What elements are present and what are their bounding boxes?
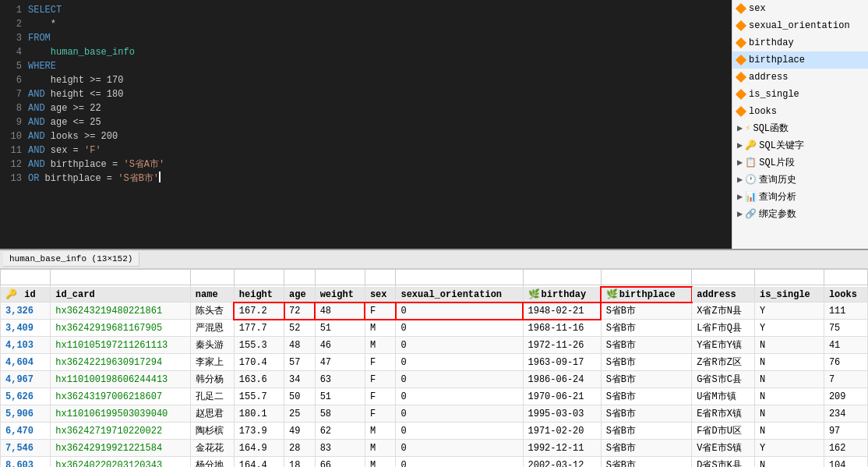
column-header-weight[interactable]: weight — [315, 286, 365, 302]
expand-arrow-icon: ▶ — [737, 139, 743, 153]
table-cell: S省B市 — [601, 320, 692, 337]
table-cell: F — [365, 371, 396, 388]
token-op: height >= 170 — [28, 73, 123, 87]
index-icon: 🌿 — [528, 289, 540, 300]
panel-field-item[interactable]: birthday — [732, 34, 868, 51]
table-row[interactable]: 6,470hx36242719710220022陶杉槟173.94962M019… — [1, 423, 868, 440]
column-header-address[interactable]: address — [692, 286, 755, 302]
table-row[interactable]: 3,326hx36243219480221861陈头杏167.27248F019… — [1, 302, 868, 320]
table-cell: Y — [754, 440, 824, 457]
panel-field-item[interactable]: birthplace — [732, 51, 868, 69]
table-cell: 164.9 — [234, 440, 284, 457]
panel-group-item[interactable]: ▶🔑SQL关键字 — [732, 137, 868, 154]
column-header-looks[interactable]: looks — [824, 286, 867, 302]
table-cell: F — [365, 302, 396, 320]
table-cell: 7,546 — [1, 440, 51, 457]
token-kw: AND — [28, 101, 45, 115]
table-cell: 5,626 — [1, 388, 51, 405]
column-header-name[interactable]: name — [190, 286, 234, 302]
table-row[interactable]: 7,546hx36242919921221584金花花164.92883M019… — [1, 440, 868, 457]
table-cell: hx36242219630917294 — [51, 354, 191, 371]
group-label: SQL关键字 — [759, 139, 804, 153]
token-str: 'F' — [84, 143, 101, 157]
column-header-id_card[interactable]: id_card — [51, 286, 191, 302]
table-cell: 155.3 — [234, 337, 284, 354]
table-cell: 58 — [315, 405, 365, 423]
panel-group-item[interactable]: ▶🕐查询历史 — [732, 172, 868, 189]
table-cell: N — [754, 457, 824, 468]
line-number: 6 — [6, 73, 22, 87]
table-cell: 0 — [396, 302, 523, 320]
field-diamond-icon — [736, 20, 746, 31]
table-cell: 2002-03-12 — [523, 457, 601, 468]
table-cell: 104 — [824, 457, 867, 468]
token-op: birthplace = — [45, 157, 124, 172]
column-header-id[interactable]: 🔑 id — [1, 286, 51, 302]
token-op: sex = — [45, 143, 84, 157]
table-cell: hx36242919681167905 — [51, 320, 191, 337]
column-header-age[interactable]: age — [284, 286, 316, 302]
panel-group-item[interactable]: ▶📋SQL片段 — [732, 154, 868, 172]
field-diamond-icon — [736, 106, 746, 117]
field-label: birthplace — [749, 53, 805, 67]
column-header-sex[interactable]: sex — [365, 286, 396, 302]
column-header-sexual_orientation[interactable]: sexual_orientation — [396, 286, 523, 302]
table-cell: 170.4 — [234, 354, 284, 371]
line-number: 11 — [6, 143, 22, 157]
text-cursor — [159, 172, 161, 182]
panel-field-item[interactable]: sex — [732, 0, 868, 17]
table-cell: 陈头杏 — [190, 302, 234, 320]
table-row[interactable]: 5,906hx110106199503039040赵思君180.12558F01… — [1, 405, 868, 423]
panel-group-item[interactable]: ▶⚡SQL函数 — [732, 120, 868, 137]
sql-editor[interactable]: 1SELECT2 *3FROM4 human_base_info5WHERE6 … — [0, 0, 732, 249]
table-cell: 杨分地 — [190, 457, 234, 468]
token-kw: AND — [28, 129, 45, 143]
line-number: 9 — [6, 115, 22, 129]
table-cell: S省B市 — [601, 457, 692, 468]
table-cell: hx36240220203120343 — [51, 457, 191, 468]
table-row[interactable]: 4,967hx110100198606244413韩分杨163.63463F01… — [1, 371, 868, 388]
table-cell: 0 — [396, 405, 523, 423]
results-tab[interactable]: human_base_info (13×152) — [3, 252, 139, 267]
panel-group-item[interactable]: ▶📊查询分析 — [732, 189, 868, 206]
column-header-is_single[interactable]: is_single — [754, 286, 824, 302]
column-header-height[interactable]: height — [234, 286, 284, 302]
table-cell: G省S市C县 — [692, 371, 755, 388]
panel-field-item[interactable]: looks — [732, 103, 868, 120]
token-op: looks >= 200 — [45, 129, 118, 143]
table-cell: 韩分杨 — [190, 371, 234, 388]
field-label: sexual_orientation — [749, 19, 850, 33]
field-label: is_single — [749, 87, 799, 101]
group-icon: 📋 — [745, 156, 757, 170]
table-row[interactable]: 8,603hx36240220203120343杨分地164.41866M020… — [1, 457, 868, 468]
table-row[interactable]: 4,103hx110105197211261113秦头游155.34846M01… — [1, 337, 868, 354]
table-cell: Y省E市Y镇 — [692, 337, 755, 354]
table-cell: 3,326 — [1, 302, 51, 320]
panel-field-item[interactable]: address — [732, 69, 868, 86]
table-cell: S省B市 — [601, 440, 692, 457]
table-cell: Y — [754, 320, 824, 337]
table-cell: 李家上 — [190, 354, 234, 371]
panel-field-item[interactable]: is_single — [732, 86, 868, 103]
line-number: 4 — [6, 45, 22, 59]
field-diamond-icon — [736, 72, 746, 83]
token-op: age >= 22 — [45, 101, 101, 115]
sql-line: 9AND age <= 25 — [6, 115, 725, 129]
panel-field-item[interactable]: sexual_orientation — [732, 17, 868, 34]
table-cell: 1972-11-26 — [523, 337, 601, 354]
table-cell: 0 — [396, 440, 523, 457]
table-cell: hx110106199503039040 — [51, 405, 191, 423]
table-row[interactable]: 5,626hx36243197006218607孔足二155.75051F019… — [1, 388, 868, 405]
panel-group-item[interactable]: ▶🔗绑定参数 — [732, 206, 868, 223]
table-cell: M — [365, 320, 396, 337]
table-row[interactable]: 3,409hx36242919681167905严混恩177.75251M019… — [1, 320, 868, 337]
table-cell: M — [365, 337, 396, 354]
table-row[interactable]: 4,604hx36242219630917294李家上170.45747F019… — [1, 354, 868, 371]
line-number: 10 — [6, 129, 22, 143]
table-cell: 62 — [315, 423, 365, 440]
sql-line: 13OR birthplace = 'S省B市' — [6, 172, 725, 186]
column-header-birthplace[interactable]: 🌿birthplace — [601, 286, 692, 302]
column-header-birthday[interactable]: 🌿birthday — [523, 286, 601, 302]
table-cell: 47 — [315, 354, 365, 371]
table-cell: hx36243219480221861 — [51, 302, 191, 320]
